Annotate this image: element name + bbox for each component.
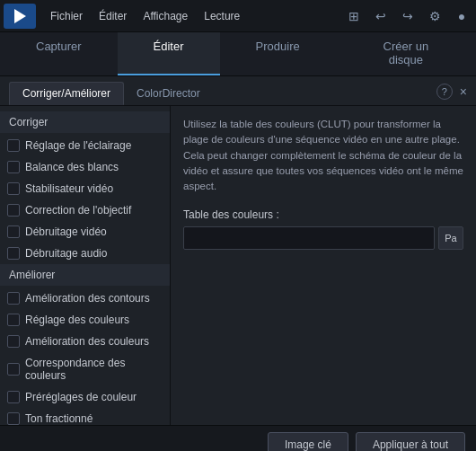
- list-item-amelioration-contours[interactable]: Amélioration des contours: [0, 287, 170, 309]
- ameliorer-section-header: Améliorer: [0, 264, 170, 286]
- checkbox-correction-objectif[interactable]: [7, 204, 20, 217]
- checkbox-reglage-couleurs[interactable]: [7, 314, 20, 326]
- appliquer-tout-button[interactable]: Appliquer à tout: [356, 432, 465, 452]
- list-item-correction-objectif[interactable]: Correction de l'objectif: [0, 199, 170, 221]
- menu-fichier[interactable]: Fichier: [43, 6, 90, 26]
- menu-affichage[interactable]: Affichage: [136, 6, 195, 26]
- menu-lecture[interactable]: Lecture: [197, 6, 247, 26]
- undo-icon[interactable]: ↩: [370, 5, 392, 27]
- checkbox-amelioration-contours[interactable]: [7, 292, 20, 305]
- label-reglage-eclairage: Réglage de l'éclairage: [25, 139, 131, 152]
- label-balance-blancs: Balance des blancs: [25, 161, 119, 173]
- label-debruitage-video: Débruitage vidéo: [25, 226, 107, 238]
- checkbox-ton-fractionne[interactable]: [7, 412, 20, 425]
- label-amelioration-contours: Amélioration des contours: [25, 292, 150, 305]
- list-item-ton-fractionne[interactable]: Ton fractionné: [0, 408, 170, 425]
- top-bar: Fichier Éditer Affichage Lecture ⊞ ↩ ↪ ⚙…: [0, 0, 476, 32]
- label-ton-fractionne: Ton fractionné: [25, 412, 93, 425]
- list-item-reglage-couleurs[interactable]: Réglage des couleurs: [0, 309, 170, 331]
- tab-capturer[interactable]: Capturer: [0, 32, 118, 75]
- settings-icon[interactable]: ⚙: [424, 5, 445, 27]
- checkbox-stabilisateur-video[interactable]: [7, 182, 20, 195]
- checkbox-debruitage-video[interactable]: [7, 226, 20, 238]
- help-button[interactable]: ?: [436, 84, 453, 100]
- checkbox-correspondance-couleurs[interactable]: [7, 363, 20, 376]
- main-tab-bar: Capturer Éditer Produire Créer un disque: [0, 32, 476, 76]
- pa-button[interactable]: Pa: [438, 226, 463, 250]
- list-item-correspondance-couleurs[interactable]: Correspondance des couleurs: [0, 352, 170, 386]
- label-debruitage-audio: Débruitage audio: [25, 247, 107, 260]
- image-cle-button[interactable]: Image clé: [268, 432, 348, 452]
- tab-produire[interactable]: Produire: [220, 32, 336, 75]
- list-item-debruitage-audio[interactable]: Débruitage audio: [0, 243, 170, 264]
- label-preglages-couleur: Préréglages de couleur: [25, 391, 137, 403]
- user-icon[interactable]: ●: [451, 5, 472, 27]
- description-text: Utilisez la table des couleurs (CLUT) po…: [183, 117, 463, 194]
- checkbox-preglages-couleur[interactable]: [7, 391, 20, 403]
- bottom-bar: Image clé Appliquer à tout: [0, 425, 476, 451]
- sub-tab-bar: Corriger/Améliorer ColorDirector ? ×: [0, 76, 476, 106]
- color-table-label: Table des couleurs :: [183, 208, 463, 221]
- right-panel: Utilisez la table des couleurs (CLUT) po…: [171, 106, 476, 425]
- list-item-stabilisateur-video[interactable]: Stabilisateur vidéo: [0, 178, 170, 199]
- subtab-color-director[interactable]: ColorDirector: [124, 83, 213, 104]
- app-logo: [4, 4, 36, 29]
- color-table-input[interactable]: [183, 226, 435, 250]
- list-item-preglages-couleur[interactable]: Préréglages de couleur: [0, 386, 170, 408]
- list-item-debruitage-video[interactable]: Débruitage vidéo: [0, 221, 170, 243]
- logo-play-icon: [14, 9, 26, 23]
- subtab-corriger-ameliorer[interactable]: Corriger/Améliorer: [9, 82, 124, 105]
- label-correspondance-couleurs: Correspondance des couleurs: [25, 357, 161, 382]
- checkbox-debruitage-audio[interactable]: [7, 247, 20, 260]
- checkbox-amelioration-couleurs[interactable]: [7, 335, 20, 348]
- label-amelioration-couleurs: Amélioration des couleurs: [25, 335, 149, 348]
- close-button[interactable]: ×: [460, 84, 467, 99]
- checkbox-reglage-eclairage[interactable]: [7, 139, 20, 152]
- tab-creer-disque[interactable]: Créer un disque: [336, 32, 476, 75]
- checkbox-balance-blancs[interactable]: [7, 161, 20, 173]
- tab-editer[interactable]: Éditer: [118, 32, 220, 75]
- corriger-section-header: Corriger: [0, 111, 170, 133]
- list-item-reglage-eclairage[interactable]: Réglage de l'éclairage: [0, 135, 170, 156]
- list-item-balance-blancs[interactable]: Balance des blancs: [0, 156, 170, 178]
- redo-icon[interactable]: ↪: [397, 5, 419, 27]
- list-item-amelioration-couleurs[interactable]: Amélioration des couleurs: [0, 331, 170, 352]
- grid-icon[interactable]: ⊞: [343, 5, 365, 27]
- menu-bar: Fichier Éditer Affichage Lecture: [43, 6, 343, 26]
- label-stabilisateur-video: Stabilisateur vidéo: [25, 182, 113, 195]
- label-reglage-couleurs: Réglage des couleurs: [25, 314, 129, 326]
- topbar-right: ⊞ ↩ ↪ ⚙ ●: [343, 5, 472, 27]
- subtab-actions: ? ×: [436, 84, 467, 103]
- label-correction-objectif: Correction de l'objectif: [25, 204, 131, 217]
- color-table-input-row: Pa: [183, 226, 463, 250]
- left-panel: Corriger Réglage de l'éclairage Balance …: [0, 106, 171, 425]
- main-content: Corriger Réglage de l'éclairage Balance …: [0, 106, 476, 425]
- menu-editer[interactable]: Éditer: [92, 6, 134, 26]
